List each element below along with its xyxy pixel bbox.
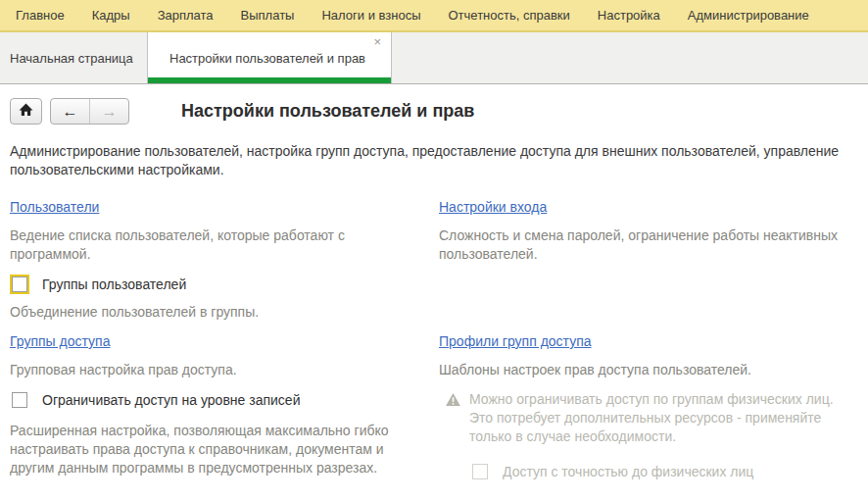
menu-item-main[interactable]: Главное — [2, 8, 78, 23]
physical-persons-warning: Можно ограничивать доступ по группам физ… — [439, 390, 858, 446]
menu-item-settings[interactable]: Настройка — [584, 8, 674, 23]
record-level-access-checkbox-label: Ограничивать доступ на уровне записей — [42, 392, 300, 408]
physical-persons-access-checkbox[interactable] — [472, 464, 488, 479]
section-access-group-profiles: Профили групп доступа Шаблоны настроек п… — [439, 332, 858, 479]
page-description: Администрирование пользователей, настрой… — [10, 142, 852, 179]
record-level-access-checkbox-row[interactable]: Ограничивать доступ на уровне записей — [10, 392, 439, 408]
user-groups-description: Объединение пользователей в группы. — [10, 303, 421, 322]
login-settings-description: Сложность и смена паролей, ограничение р… — [439, 226, 850, 264]
user-groups-checkbox-label: Группы пользователей — [42, 276, 186, 292]
physical-persons-access-checkbox-label: Доступ с точностью до физических лиц — [503, 464, 753, 479]
page-title: Настройки пользователей и прав — [181, 101, 474, 122]
page-content: ← → Настройки пользователей и прав Админ… — [0, 98, 868, 479]
record-level-access-description: Расширенная настройка, позволяющая макси… — [10, 422, 417, 477]
physical-persons-access-checkbox-row: Доступ с точностью до физических лиц — [470, 464, 858, 479]
active-tab-indicator — [148, 77, 391, 83]
tab-home-page[interactable]: Начальная страница — [0, 32, 147, 83]
home-button[interactable] — [10, 98, 42, 125]
main-menu-bar: Главное Кадры Зарплата Выплаты Налоги и … — [0, 0, 868, 32]
access-group-profiles-link[interactable]: Профили групп доступа — [439, 333, 592, 349]
tab-home-page-label: Начальная страница — [10, 51, 133, 66]
section-users: Пользователи Ведение списка пользователе… — [10, 198, 439, 332]
tab-user-rights-settings[interactable]: Настройки пользователей и прав × — [147, 32, 392, 83]
warning-icon — [446, 392, 460, 446]
forward-arrow-icon: → — [102, 103, 118, 121]
back-arrow-icon: ← — [63, 103, 78, 121]
menu-item-hr[interactable]: Кадры — [78, 8, 144, 23]
warning-text: Можно ограничивать доступ по группам физ… — [469, 390, 853, 446]
menu-item-administration[interactable]: Администрирование — [674, 8, 823, 23]
home-icon — [19, 103, 33, 121]
warning-text-line1: Можно ограничивать доступ по группам физ… — [469, 390, 853, 409]
menu-item-reporting[interactable]: Отчетность, справки — [435, 8, 584, 23]
menu-item-taxes[interactable]: Налоги и взносы — [308, 8, 434, 23]
access-groups-description: Групповая настройка прав доступа. — [10, 361, 421, 379]
section-login-settings: Настройки входа Сложность и смена пароле… — [439, 198, 858, 332]
access-group-profiles-description: Шаблоны настроек прав доступа пользовате… — [439, 361, 850, 379]
tab-bar: Начальная страница Настройки пользовател… — [0, 32, 868, 84]
history-nav-group: ← → — [50, 98, 129, 125]
menu-item-payments[interactable]: Выплаты — [227, 8, 309, 23]
back-button[interactable]: ← — [51, 99, 90, 124]
users-link[interactable]: Пользователи — [10, 199, 99, 215]
user-groups-checkbox[interactable] — [12, 276, 27, 292]
users-description: Ведение списка пользователей, которые ра… — [10, 226, 421, 264]
login-settings-link[interactable]: Настройки входа — [439, 199, 547, 215]
menu-item-salary[interactable]: Зарплата — [144, 8, 227, 23]
navigation-toolbar: ← → Настройки пользователей и прав — [10, 98, 858, 125]
tab-close-icon[interactable]: × — [373, 35, 381, 48]
settings-sections: Пользователи Ведение списка пользователе… — [10, 198, 858, 479]
forward-button-disabled[interactable]: → — [90, 99, 128, 124]
warning-text-line2: Это потребует дополнительных ресурсов - … — [469, 409, 853, 446]
access-groups-link[interactable]: Группы доступа — [10, 333, 110, 349]
tab-user-rights-settings-label: Настройки пользователей и прав — [169, 51, 365, 66]
user-groups-checkbox-row[interactable]: Группы пользователей — [10, 276, 439, 292]
record-level-access-checkbox[interactable] — [12, 392, 27, 408]
section-access-groups: Группы доступа Групповая настройка прав … — [10, 332, 439, 479]
